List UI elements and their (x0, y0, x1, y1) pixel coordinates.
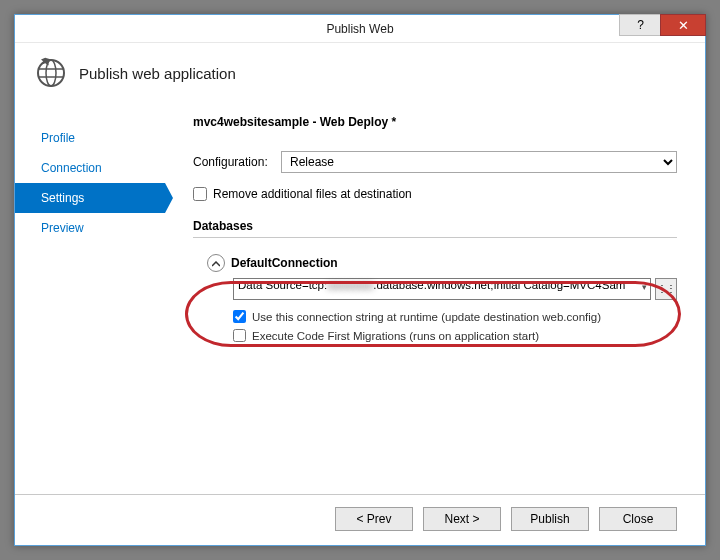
help-button[interactable]: ? (619, 14, 661, 36)
dialog-footer: < Prev Next > Publish Close (15, 494, 705, 545)
window-title: Publish Web (15, 22, 705, 36)
connection-string-row: Data Source=tcp:xxxxxxxx.database.window… (233, 278, 677, 300)
databases-heading: Databases (193, 219, 677, 233)
browse-connection-button[interactable]: ⋮⋮ (655, 278, 677, 300)
chevron-up-icon (212, 258, 220, 269)
connection-string-wrap: Data Source=tcp:xxxxxxxx.database.window… (233, 278, 651, 300)
configuration-row: Configuration: Release (193, 151, 677, 173)
publish-button[interactable]: Publish (511, 507, 589, 531)
prev-button[interactable]: < Prev (335, 507, 413, 531)
use-runtime-checkbox[interactable] (233, 310, 246, 323)
connection-string-input[interactable]: Data Source=tcp:xxxxxxxx.database.window… (233, 278, 651, 300)
next-button[interactable]: Next > (423, 507, 501, 531)
database-header: DefaultConnection (207, 254, 677, 272)
main-panel: mvc4websitesample - Web Deploy * Configu… (165, 103, 705, 494)
exec-migrations-label: Execute Code First Migrations (runs on a… (252, 330, 539, 342)
divider (193, 237, 677, 238)
configuration-select[interactable]: Release (281, 151, 677, 173)
ellipsis-icon: ⋮⋮ (657, 287, 675, 291)
nav-item-connection[interactable]: Connection (15, 153, 165, 183)
dialog-title: Publish web application (79, 65, 236, 82)
database-block: DefaultConnection Data Source=tcp:xxxxxx… (207, 254, 677, 342)
use-runtime-label: Use this connection string at runtime (u… (252, 311, 601, 323)
dialog-body: Profile Connection Settings Preview mvc4… (15, 99, 705, 494)
remove-additional-label: Remove additional files at destination (213, 187, 412, 201)
remove-additional-row: Remove additional files at destination (193, 187, 677, 201)
close-icon: ✕ (678, 18, 689, 33)
page-title: mvc4websitesample - Web Deploy * (193, 115, 677, 129)
dialog-window: Publish Web ? ✕ Publish web application … (14, 14, 706, 546)
window-controls: ? ✕ (619, 15, 705, 42)
close-button[interactable]: Close (599, 507, 677, 531)
nav-item-profile[interactable]: Profile (15, 123, 165, 153)
exec-migrations-row: Execute Code First Migrations (runs on a… (233, 329, 677, 342)
globe-icon (35, 57, 67, 89)
help-icon: ? (637, 18, 644, 32)
remove-additional-checkbox[interactable] (193, 187, 207, 201)
nav-item-preview[interactable]: Preview (15, 213, 165, 243)
close-window-button[interactable]: ✕ (660, 14, 706, 36)
dialog-header: Publish web application (15, 43, 705, 99)
titlebar: Publish Web ? ✕ (15, 15, 705, 43)
nav-item-settings[interactable]: Settings (15, 183, 165, 213)
exec-migrations-checkbox[interactable] (233, 329, 246, 342)
database-name: DefaultConnection (231, 256, 338, 270)
collapse-button[interactable] (207, 254, 225, 272)
use-runtime-row: Use this connection string at runtime (u… (233, 310, 677, 323)
sidebar: Profile Connection Settings Preview (15, 103, 165, 494)
configuration-label: Configuration: (193, 155, 281, 169)
